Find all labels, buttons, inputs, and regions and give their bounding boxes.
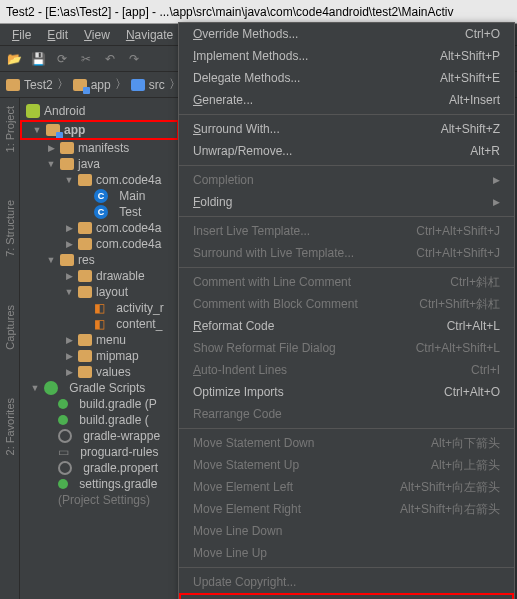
module-icon bbox=[73, 79, 87, 91]
menu-item-20: Rearrange Code bbox=[179, 403, 514, 425]
folder-icon bbox=[131, 79, 145, 91]
cut-icon[interactable]: ✂ bbox=[78, 51, 94, 67]
menu-item-29: Update Copyright... bbox=[179, 571, 514, 593]
gear-icon bbox=[58, 461, 72, 475]
folder-icon bbox=[60, 158, 74, 170]
folder-icon bbox=[78, 366, 92, 378]
tree-pkg1[interactable]: com.code4a bbox=[20, 172, 179, 188]
menu-view[interactable]: View bbox=[76, 26, 118, 44]
tab-favorites[interactable]: 2: Favorites bbox=[2, 394, 18, 459]
menu-item-24: Move Element LeftAlt+Shift+向左箭头 bbox=[179, 476, 514, 498]
menu-item-23: Move Statement UpAlt+向上箭头 bbox=[179, 454, 514, 476]
tree-build1[interactable]: build.gradle (P bbox=[20, 396, 179, 412]
folder-icon bbox=[6, 79, 20, 91]
android-icon bbox=[26, 104, 40, 118]
tree-wrapper[interactable]: gradle-wrappe bbox=[20, 428, 179, 444]
menu-item-6[interactable]: Unwrap/Remove...Alt+R bbox=[179, 140, 514, 162]
class-icon: C bbox=[94, 189, 108, 203]
tree-values[interactable]: values bbox=[20, 364, 179, 380]
menu-item-2[interactable]: Delegate Methods...Alt+Shift+E bbox=[179, 67, 514, 89]
menu-item-19[interactable]: Optimize ImportsCtrl+Alt+O bbox=[179, 381, 514, 403]
folder-icon bbox=[78, 334, 92, 346]
tree-gradle-scripts[interactable]: Gradle Scripts bbox=[20, 380, 179, 396]
folder-icon bbox=[60, 254, 74, 266]
menu-item-27: Move Line Up bbox=[179, 542, 514, 564]
tab-structure[interactable]: 7: Structure bbox=[2, 196, 18, 261]
tree-main-class[interactable]: C Main bbox=[20, 188, 179, 204]
save-icon[interactable]: 💾 bbox=[30, 51, 46, 67]
menu-item-11: Insert Live Template...Ctrl+Alt+Shift+J bbox=[179, 220, 514, 242]
refresh-icon[interactable]: ⟳ bbox=[54, 51, 70, 67]
tree-layout[interactable]: layout bbox=[20, 284, 179, 300]
menu-item-14: Comment with Line CommentCtrl+斜杠 bbox=[179, 271, 514, 293]
menu-item-1[interactable]: Implement Methods...Alt+Shift+P bbox=[179, 45, 514, 67]
open-icon[interactable]: 📂 bbox=[6, 51, 22, 67]
tree-gradle-props[interactable]: gradle.propert bbox=[20, 460, 179, 476]
menu-item-22: Move Statement DownAlt+向下箭头 bbox=[179, 432, 514, 454]
tree-java[interactable]: java bbox=[20, 156, 179, 172]
folder-icon bbox=[78, 350, 92, 362]
left-gutter: 1: Project 7: Structure Captures 2: Favo… bbox=[0, 98, 20, 599]
gradle-file-icon bbox=[58, 399, 68, 409]
menu-item-16[interactable]: Reformat CodeCtrl+Alt+L bbox=[179, 315, 514, 337]
tree-activity-xml[interactable]: ◧ activity_r bbox=[20, 300, 179, 316]
tree-manifests[interactable]: manifests bbox=[20, 140, 179, 156]
tree-build2[interactable]: build.gradle ( bbox=[20, 412, 179, 428]
package-icon bbox=[78, 238, 92, 250]
menu-item-25: Move Element RightAlt+Shift+向右箭头 bbox=[179, 498, 514, 520]
package-icon bbox=[78, 174, 92, 186]
menu-item-12: Surround with Live Template...Ctrl+Alt+S… bbox=[179, 242, 514, 264]
breadcrumb-module[interactable]: app bbox=[73, 78, 111, 92]
menu-item-9[interactable]: Folding▶ bbox=[179, 191, 514, 213]
breadcrumb-src[interactable]: src bbox=[131, 78, 165, 92]
tree-footer: (Project Settings) bbox=[20, 492, 179, 508]
package-icon bbox=[78, 222, 92, 234]
tab-project[interactable]: 1: Project bbox=[2, 102, 18, 156]
menu-item-18: Auto-Indent LinesCtrl+I bbox=[179, 359, 514, 381]
tree-menu-folder[interactable]: menu bbox=[20, 332, 179, 348]
folder-icon bbox=[60, 142, 74, 154]
breadcrumb-root[interactable]: Test2 bbox=[6, 78, 53, 92]
gradle-file-icon bbox=[58, 415, 68, 425]
class-icon: C bbox=[94, 205, 108, 219]
undo-icon[interactable]: ↶ bbox=[102, 51, 118, 67]
menu-edit[interactable]: Edit bbox=[39, 26, 76, 44]
tab-captures[interactable]: Captures bbox=[2, 301, 18, 354]
gradle-icon bbox=[44, 381, 58, 395]
tree-proguard[interactable]: ▭ proguard-rules bbox=[20, 444, 179, 460]
tree-drawable[interactable]: drawable bbox=[20, 268, 179, 284]
menu-item-30[interactable]: Convert Java File to Kotlin FileCtrl+Alt… bbox=[179, 593, 514, 599]
module-icon bbox=[46, 124, 60, 136]
menu-navigate[interactable]: Navigate bbox=[118, 26, 181, 44]
code-menu-dropdown: Override Methods...Ctrl+OImplement Metho… bbox=[178, 22, 515, 599]
menu-item-26: Move Line Down bbox=[179, 520, 514, 542]
tree-header[interactable]: Android bbox=[20, 102, 179, 120]
folder-icon bbox=[78, 270, 92, 282]
tree-app[interactable]: app bbox=[20, 120, 179, 140]
tree-test-class[interactable]: C Test bbox=[20, 204, 179, 220]
tree-pkg2[interactable]: com.code4a bbox=[20, 220, 179, 236]
gradle-file-icon bbox=[58, 479, 68, 489]
menu-item-3[interactable]: Generate...Alt+Insert bbox=[179, 89, 514, 111]
tree-mipmap[interactable]: mipmap bbox=[20, 348, 179, 364]
window-titlebar: Test2 - [E:\as\Test2] - [app] - ...\app\… bbox=[0, 0, 517, 24]
gear-icon bbox=[58, 429, 72, 443]
menu-item-0[interactable]: Override Methods...Ctrl+O bbox=[179, 23, 514, 45]
tree-content-xml[interactable]: ◧ content_ bbox=[20, 316, 179, 332]
project-tree: Android app manifests java com.code4a C … bbox=[20, 98, 180, 599]
redo-icon[interactable]: ↷ bbox=[126, 51, 142, 67]
tree-res[interactable]: res bbox=[20, 252, 179, 268]
menu-item-15: Comment with Block CommentCtrl+Shift+斜杠 bbox=[179, 293, 514, 315]
menu-item-5[interactable]: Surround With...Alt+Shift+Z bbox=[179, 118, 514, 140]
menu-file[interactable]: File bbox=[4, 26, 39, 44]
menu-item-8: Completion▶ bbox=[179, 169, 514, 191]
tree-settings-gradle[interactable]: settings.gradle bbox=[20, 476, 179, 492]
tree-pkg3[interactable]: com.code4a bbox=[20, 236, 179, 252]
menu-item-17: Show Reformat File DialogCtrl+Alt+Shift+… bbox=[179, 337, 514, 359]
folder-icon bbox=[78, 286, 92, 298]
window-title: Test2 - [E:\as\Test2] - [app] - ...\app\… bbox=[6, 5, 454, 19]
